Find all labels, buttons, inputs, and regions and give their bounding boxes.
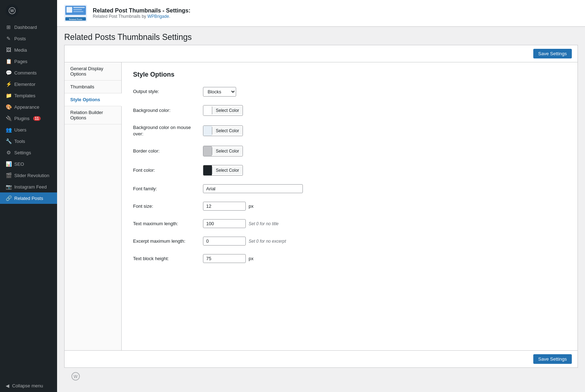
svg-rect-6 bbox=[73, 9, 82, 10]
sidebar-item-tools[interactable]: 🔧 Tools bbox=[0, 135, 57, 147]
sidebar-item-pages[interactable]: 📋 Pages bbox=[0, 56, 57, 67]
font-size-input[interactable] bbox=[203, 202, 246, 211]
text-block-height-label: Text block height: bbox=[133, 256, 197, 262]
sidebar-item-related[interactable]: 🔗 Related Posts bbox=[0, 192, 57, 204]
elementor-icon: ⚡ bbox=[6, 81, 11, 87]
sidebar-item-appearance[interactable]: 🎨 Appearance bbox=[0, 101, 57, 113]
bg-hover-color-button[interactable]: Select Color bbox=[212, 127, 243, 135]
border-color-control: Select Color bbox=[203, 146, 243, 156]
tab-thumbnails[interactable]: Thumbnails bbox=[65, 81, 121, 93]
sidebar-item-elementor[interactable]: ⚡ Elementor bbox=[0, 78, 57, 90]
output-style-control: Blocks List Grid bbox=[203, 87, 236, 97]
text-block-height-control: px bbox=[203, 254, 254, 263]
sidebar-item-instagram[interactable]: 📷 Instagram Feed bbox=[0, 181, 57, 192]
svg-rect-4 bbox=[66, 7, 72, 12]
sidebar-item-comments[interactable]: 💬 Comments bbox=[0, 67, 57, 78]
plugins-badge: 11 bbox=[33, 116, 41, 121]
font-color-button[interactable]: Select Color bbox=[212, 166, 243, 174]
sidebar-item-seo[interactable]: 📊 SEO bbox=[0, 158, 57, 170]
plugin-description: Related Post Thumbnails by WPBrigade. bbox=[93, 14, 190, 19]
svg-text:W: W bbox=[73, 374, 78, 379]
tools-icon: 🔧 bbox=[6, 138, 11, 144]
text-max-length-label: Text maximum length: bbox=[133, 221, 197, 227]
sidebar-item-posts[interactable]: ✎ Posts bbox=[0, 33, 57, 44]
font-color-swatch bbox=[203, 165, 212, 175]
text-block-height-row: Text block height: px bbox=[133, 254, 566, 263]
settings-footer: Save Settings bbox=[65, 350, 578, 367]
border-color-label: Border color: bbox=[133, 148, 197, 154]
seo-icon: 📊 bbox=[6, 161, 11, 167]
settings-box: Save Settings General Display Options Th… bbox=[64, 45, 578, 368]
instagram-icon: 📷 bbox=[6, 184, 11, 190]
text-block-height-input[interactable] bbox=[203, 254, 246, 263]
content-area: Save Settings General Display Options Th… bbox=[57, 45, 585, 392]
excerpt-max-length-row: Excerpt maximum length: Set 0 for no exc… bbox=[133, 237, 566, 246]
wordpress-footer-icon: W bbox=[71, 372, 80, 381]
font-family-row: Font family: bbox=[133, 184, 566, 193]
svg-rect-5 bbox=[73, 7, 85, 8]
text-max-length-control: Set 0 for no title bbox=[203, 219, 279, 228]
bg-hover-color-picker[interactable]: Select Color bbox=[203, 125, 243, 136]
text-max-length-row: Text maximum length: Set 0 for no title bbox=[133, 219, 566, 228]
bg-color-button[interactable]: Select Color bbox=[212, 107, 243, 114]
plugin-title-area: Related Post Thumbnails - Settings: Rela… bbox=[93, 7, 190, 19]
settings-icon: ⚙ bbox=[6, 150, 11, 155]
border-color-row: Border color: Select Color bbox=[133, 146, 566, 156]
output-style-select[interactable]: Blocks List Grid bbox=[203, 87, 236, 97]
svg-text:W: W bbox=[10, 9, 14, 13]
font-color-picker[interactable]: Select Color bbox=[203, 165, 243, 176]
sidebar-item-plugins[interactable]: 🔌 Plugins 11 bbox=[0, 113, 57, 124]
plugin-link[interactable]: WPBrigade bbox=[147, 14, 169, 19]
font-color-row: Font color: Select Color bbox=[133, 165, 566, 176]
section-title: Style Options bbox=[133, 71, 566, 78]
font-color-control: Select Color bbox=[203, 165, 243, 176]
users-icon: 👥 bbox=[6, 127, 11, 133]
sidebar-item-settings[interactable]: ⚙ Settings bbox=[0, 147, 57, 158]
svg-text:Related Posts: Related Posts bbox=[69, 18, 82, 20]
sidebar-item-dashboard[interactable]: ⊞ Dashboard bbox=[0, 21, 57, 33]
comments-icon: 💬 bbox=[6, 70, 11, 76]
font-size-control: px bbox=[203, 202, 254, 211]
media-icon: 🖼 bbox=[6, 47, 11, 53]
bg-color-row: Background color: Select Color bbox=[133, 105, 566, 116]
excerpt-max-length-label: Excerpt maximum length: bbox=[133, 238, 197, 244]
text-max-length-input[interactable] bbox=[203, 219, 246, 228]
tab-style[interactable]: Style Options bbox=[65, 93, 122, 106]
sidebar-item-media[interactable]: 🖼 Media bbox=[0, 44, 57, 56]
font-family-input[interactable] bbox=[203, 184, 303, 193]
border-color-button[interactable]: Select Color bbox=[212, 147, 243, 155]
sidebar-item-users[interactable]: 👥 Users bbox=[0, 124, 57, 135]
excerpt-max-length-control: Set 0 for no excerpt bbox=[203, 237, 286, 246]
pages-icon: 📋 bbox=[6, 58, 11, 64]
tab-relation[interactable]: Relation Builder Options bbox=[65, 106, 121, 124]
border-color-picker[interactable]: Select Color bbox=[203, 146, 243, 156]
font-family-label: Font family: bbox=[133, 186, 197, 192]
sidebar-item-templates[interactable]: 📁 Templates bbox=[0, 90, 57, 101]
output-style-label: Output style: bbox=[133, 88, 197, 95]
output-style-row: Output style: Blocks List Grid bbox=[133, 87, 566, 97]
bg-hover-color-swatch bbox=[203, 126, 212, 136]
appearance-icon: 🎨 bbox=[6, 104, 11, 110]
tab-general[interactable]: General Display Options bbox=[65, 62, 121, 81]
bg-color-control: Select Color bbox=[203, 105, 243, 116]
font-size-px-label: px bbox=[249, 203, 254, 209]
save-settings-top-button[interactable]: Save Settings bbox=[533, 49, 572, 58]
settings-body: General Display Options Thumbnails Style… bbox=[65, 62, 578, 350]
bg-color-picker[interactable]: Select Color bbox=[203, 105, 243, 116]
collapse-icon: ◀ bbox=[6, 383, 9, 388]
save-settings-bottom-button[interactable]: Save Settings bbox=[533, 354, 572, 364]
slider-icon: 🎬 bbox=[6, 172, 11, 178]
templates-icon: 📁 bbox=[6, 93, 11, 98]
tabs-nav: General Display Options Thumbnails Style… bbox=[65, 62, 122, 350]
plugin-title: Related Post Thumbnails - Settings: bbox=[93, 7, 190, 14]
font-size-label: Font size: bbox=[133, 203, 197, 210]
collapse-menu[interactable]: ◀ Collapse menu bbox=[0, 380, 57, 392]
dashboard-icon: ⊞ bbox=[6, 24, 11, 30]
sidebar-item-slider[interactable]: 🎬 Slider Revolution bbox=[0, 170, 57, 181]
excerpt-max-length-input[interactable] bbox=[203, 237, 246, 246]
form-area: Style Options Output style: Blocks List … bbox=[122, 62, 578, 350]
bg-hover-color-control: Select Color bbox=[203, 125, 243, 136]
bg-color-swatch bbox=[203, 105, 212, 115]
excerpt-max-length-hint: Set 0 for no excerpt bbox=[249, 239, 286, 244]
plugin-header: Related Posts Related Post Thumbnails - … bbox=[57, 0, 585, 27]
